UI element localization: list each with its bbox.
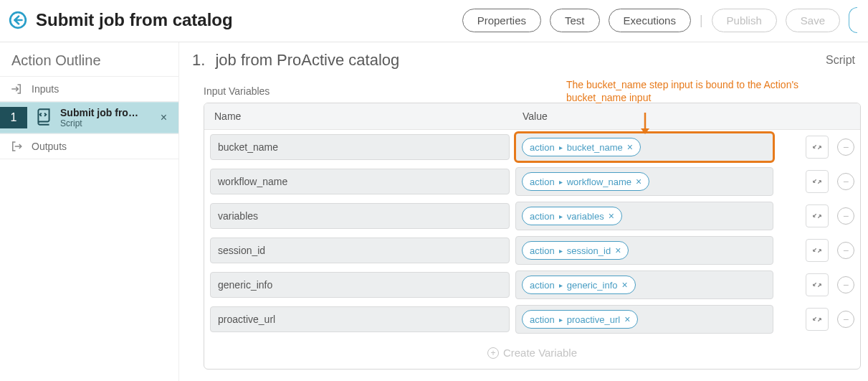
expand-icon[interactable] bbox=[806, 204, 829, 227]
chip-remove-icon[interactable]: × bbox=[622, 279, 628, 291]
binding-chip[interactable]: action▸proactive_url× bbox=[522, 310, 638, 329]
variable-name-field[interactable]: session_id bbox=[210, 237, 510, 263]
binding-chip[interactable]: action▸variables× bbox=[522, 207, 622, 225]
create-variable-label: Create Variable bbox=[503, 347, 577, 359]
main-tag: Script bbox=[826, 54, 855, 67]
remove-row-icon[interactable]: − bbox=[837, 207, 854, 225]
main-panel: 1. job from ProActive catalog Script The… bbox=[179, 42, 868, 381]
variable-name-field[interactable]: variables bbox=[210, 203, 510, 229]
properties-button[interactable]: Properties bbox=[462, 9, 541, 32]
variable-row: proactive_urlaction▸proactive_url×− bbox=[204, 302, 860, 337]
main-number: 1. bbox=[192, 51, 205, 69]
arrow-down-icon bbox=[638, 111, 652, 138]
close-icon[interactable]: × bbox=[156, 111, 171, 124]
variable-name-field[interactable]: workflow_name bbox=[210, 169, 510, 194]
sidebar-item-outputs[interactable]: Outputs bbox=[0, 133, 178, 159]
sidebar-item-inputs[interactable]: Inputs bbox=[0, 76, 178, 102]
plus-icon: + bbox=[487, 347, 499, 359]
back-icon[interactable] bbox=[7, 9, 29, 31]
binding-chip[interactable]: action▸bucket_name× bbox=[522, 138, 641, 156]
executions-button[interactable]: Executions bbox=[609, 9, 691, 32]
header: Submit job from catalog Properties Test … bbox=[0, 0, 868, 42]
expand-icon[interactable] bbox=[806, 239, 829, 262]
variables-header: Name Value bbox=[204, 103, 860, 130]
step-sub: Script bbox=[60, 118, 156, 128]
save-button: Save bbox=[786, 9, 840, 32]
variable-value-field[interactable]: action▸proactive_url× bbox=[515, 305, 773, 334]
chip-remove-icon[interactable]: × bbox=[627, 141, 633, 153]
variable-name-field[interactable]: bucket_name bbox=[210, 134, 510, 160]
variable-value-field[interactable]: action▸variables× bbox=[515, 202, 773, 230]
sidebar-step[interactable]: 1 Submit job fro… Script × bbox=[0, 102, 178, 133]
step-number: 1 bbox=[0, 107, 27, 128]
inputs-label: Inputs bbox=[32, 83, 59, 95]
variable-name-field[interactable]: proactive_url bbox=[210, 306, 510, 332]
annotation-text: The bucket_name step input is bound to t… bbox=[566, 78, 798, 104]
remove-row-icon[interactable]: − bbox=[837, 138, 854, 156]
binding-chip[interactable]: action▸generic_info× bbox=[522, 276, 636, 294]
script-icon bbox=[34, 108, 53, 128]
variable-row: session_idaction▸session_id×− bbox=[204, 233, 860, 268]
sidebar-title: Action Outline bbox=[0, 42, 178, 76]
sidebar: Action Outline Inputs 1 Submit job fro… … bbox=[0, 42, 179, 381]
remove-row-icon[interactable]: − bbox=[837, 173, 854, 190]
publish-button: Publish bbox=[712, 9, 777, 32]
variable-row: generic_infoaction▸generic_info×− bbox=[204, 268, 860, 302]
variable-value-field[interactable]: action▸session_id× bbox=[515, 236, 773, 265]
variable-row: workflow_nameaction▸workflow_name×− bbox=[204, 164, 860, 199]
step-name: Submit job fro… bbox=[60, 107, 156, 118]
remove-row-icon[interactable]: − bbox=[837, 311, 854, 328]
col-name-header: Name bbox=[214, 110, 523, 122]
expand-icon[interactable] bbox=[806, 273, 829, 296]
expand-icon[interactable] bbox=[806, 170, 829, 193]
expand-icon[interactable] bbox=[806, 308, 829, 331]
remove-row-icon[interactable]: − bbox=[837, 276, 854, 293]
variables-box: Name Value bucket_nameaction▸bucket_name… bbox=[204, 103, 861, 370]
variable-value-field[interactable]: action▸workflow_name× bbox=[515, 167, 773, 196]
expand-icon[interactable] bbox=[806, 136, 829, 159]
create-variable-button[interactable]: + Create Variable bbox=[204, 337, 860, 369]
variable-value-field[interactable]: action▸generic_info× bbox=[515, 271, 773, 299]
variable-name-field[interactable]: generic_info bbox=[210, 272, 510, 298]
binding-chip[interactable]: action▸workflow_name× bbox=[522, 172, 649, 191]
variable-row: bucket_nameaction▸bucket_name×− bbox=[204, 130, 860, 164]
chip-remove-icon[interactable]: × bbox=[615, 245, 621, 256]
divider: | bbox=[700, 13, 703, 28]
test-button[interactable]: Test bbox=[550, 9, 600, 32]
main-title: 1. job from ProActive catalog bbox=[192, 51, 399, 70]
partial-button[interactable] bbox=[849, 7, 857, 33]
binding-chip[interactable]: action▸session_id× bbox=[522, 241, 629, 260]
chip-remove-icon[interactable]: × bbox=[624, 314, 630, 325]
variable-row: variablesaction▸variables×− bbox=[204, 199, 860, 233]
chip-remove-icon[interactable]: × bbox=[609, 210, 614, 222]
chip-remove-icon[interactable]: × bbox=[636, 176, 642, 187]
main-title-text: job from ProActive catalog bbox=[215, 51, 399, 69]
page-title: Submit job from catalog bbox=[36, 10, 233, 30]
outputs-label: Outputs bbox=[32, 141, 67, 152]
remove-row-icon[interactable]: − bbox=[837, 242, 854, 259]
col-value-header: Value bbox=[523, 110, 850, 122]
